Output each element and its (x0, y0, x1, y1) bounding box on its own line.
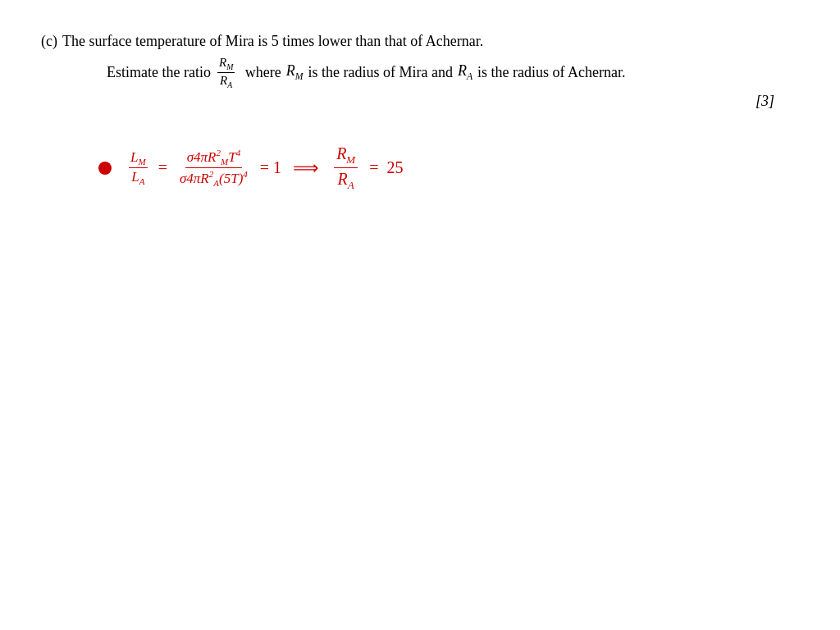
formula-fraction: σ4πR2MT4 σ4πR2A(5T)4 (178, 147, 249, 189)
lm-numerator: LM (129, 148, 148, 169)
la-denominator: LA (130, 168, 146, 188)
ratio-fraction: RM RA (217, 55, 235, 89)
formula-numerator: σ4πR2MT4 (185, 147, 243, 168)
result-denominator: RA (336, 168, 357, 193)
marks: [3] (41, 93, 799, 110)
is-radius-achernar: is the radius of Achernar. (477, 64, 625, 81)
page-content: (c) The surface temperature of Mira is 5… (0, 0, 840, 226)
ratio-numerator: RM (217, 55, 235, 73)
estimate-prefix: Estimate the ratio (107, 64, 211, 81)
lm-la-fraction: LM LA (129, 148, 148, 189)
result-value: 25 (386, 158, 403, 177)
result-numerator: RM (334, 143, 358, 168)
equals-sign-1: = (158, 158, 167, 177)
is-radius-mira: is the radius of Mira and (308, 64, 453, 81)
estimate-line: Estimate the ratio RM RA where RM is the… (107, 55, 799, 89)
result-fraction: RM RA (334, 143, 358, 193)
where-text: where (241, 64, 281, 81)
part-label: (c) (41, 33, 57, 50)
equals-one: = 1 (260, 158, 281, 177)
answer-line: LM LA = σ4πR2MT4 σ4πR2A(5T)4 = 1 ⟹ RM RA… (98, 143, 799, 193)
equals-sign-2: = (369, 158, 378, 177)
question-text: The surface temperature of Mira is 5 tim… (62, 33, 483, 50)
formula-block: LM LA = σ4πR2MT4 σ4πR2A(5T)4 = 1 ⟹ RM RA… (126, 143, 403, 193)
ratio-denominator: RA (218, 73, 234, 90)
implies-symbol: ⟹ (293, 158, 319, 179)
rm-label: RM (286, 62, 304, 82)
ra-label: RA (458, 62, 472, 82)
question-line-1: (c) The surface temperature of Mira is 5… (41, 33, 799, 50)
bullet-point (98, 162, 112, 175)
formula-denominator: σ4πR2A(5T)4 (178, 168, 249, 189)
